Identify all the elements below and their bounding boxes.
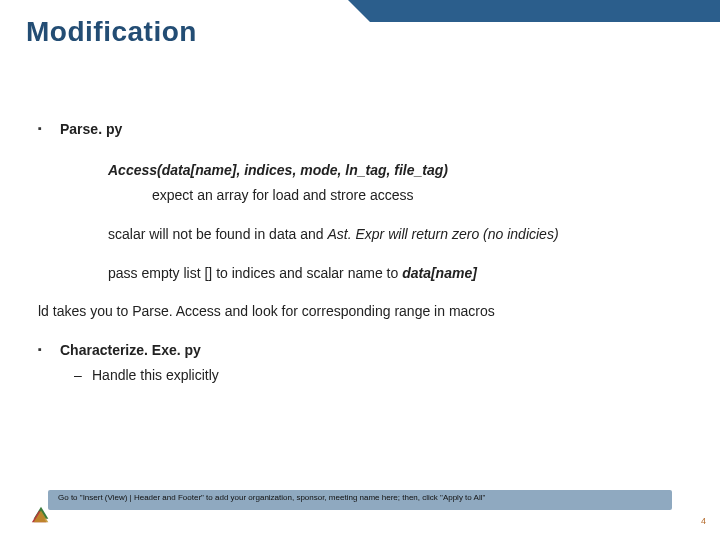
text-pass-pre: pass empty list [] to indices and scalar… bbox=[108, 265, 402, 281]
line-pass: pass empty list [] to indices and scalar… bbox=[38, 264, 692, 283]
line-ld: ld takes you to Parse. Access and look f… bbox=[38, 302, 692, 321]
bullet-characterize: Characterize. Exe. py bbox=[38, 341, 692, 360]
footer-text: Go to "Insert (View) | Header and Footer… bbox=[58, 493, 485, 502]
footer-strip: Go to "Insert (View) | Header and Footer… bbox=[48, 490, 672, 510]
slide-body: Parse. py Access(data[name], indices, mo… bbox=[38, 120, 692, 385]
sub-bullet-wrap: Handle this explicitly bbox=[38, 366, 692, 385]
text-scalar-mid: Ast. Expr will return zero (no indicies) bbox=[327, 226, 558, 242]
page-number: 4 bbox=[701, 516, 706, 526]
slide-title: Modification bbox=[26, 16, 197, 48]
line-expect: expect an array for load and strore acce… bbox=[38, 186, 692, 205]
text-scalar-pre: scalar will not be found in data and bbox=[108, 226, 327, 242]
line-scalar: scalar will not be found in data and Ast… bbox=[38, 225, 692, 244]
bullet-parse-py: Parse. py bbox=[38, 120, 692, 139]
text-access-sig: Access(data[name], indices, mode, ln_tag… bbox=[108, 162, 448, 178]
text-pass-tail: data[name] bbox=[402, 265, 477, 281]
line-access-sig: Access(data[name], indices, mode, ln_tag… bbox=[38, 161, 692, 180]
logo-icon bbox=[30, 504, 52, 526]
sub-bullet-handle: Handle this explicitly bbox=[74, 366, 692, 385]
header-banner bbox=[370, 0, 720, 22]
slide: Modification Parse. py Access(data[name]… bbox=[0, 0, 720, 540]
